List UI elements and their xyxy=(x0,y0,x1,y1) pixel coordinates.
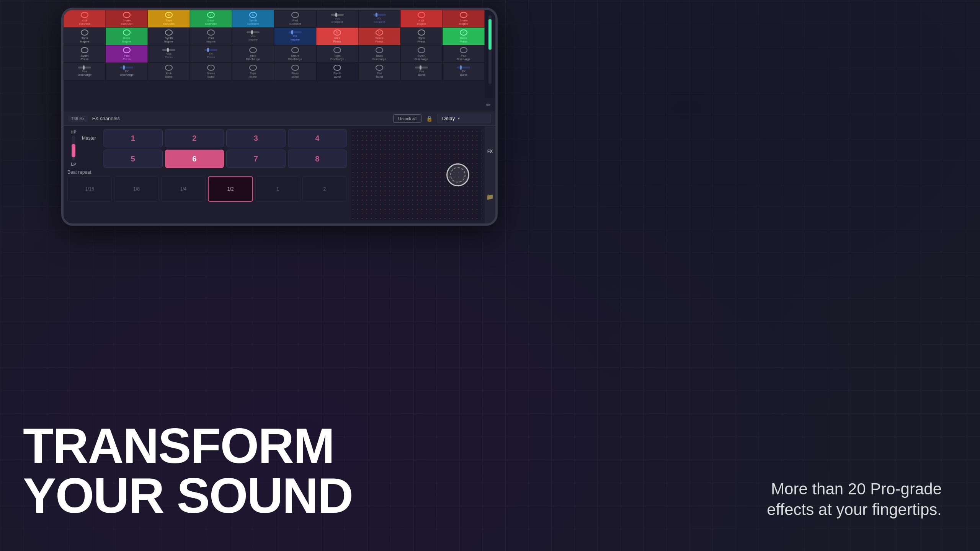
pad-cell-pad-connect[interactable]: PadConnect xyxy=(274,10,316,28)
channel-buttons-area: HP LP Master 1 xyxy=(67,129,347,167)
unlock-all-button[interactable]: Unlock all xyxy=(393,114,421,123)
description-line1: More than 20 Pro-grade xyxy=(771,480,942,498)
fx-visualizer xyxy=(351,129,482,220)
channel-1-button[interactable]: 1 xyxy=(103,129,163,147)
lock-icon: 🔒 xyxy=(426,116,433,122)
channel-2-button[interactable]: 2 xyxy=(165,129,224,147)
pad-cell-kick-press[interactable]: ↻KickPress xyxy=(316,28,358,45)
fx-body: HP LP Master 1 xyxy=(64,126,495,223)
scroll-column xyxy=(485,10,495,98)
channel-row-2: 5 6 7 8 xyxy=(82,150,347,168)
pad-cell-pad-burst[interactable]: PadBurst xyxy=(358,63,400,80)
pad-cell-snare-inspire[interactable]: SnareInspire xyxy=(443,10,485,28)
pad-cell-snare-discharge[interactable]: SnareDischarge xyxy=(274,45,316,63)
frequency-badge: 749 Hz xyxy=(68,116,88,122)
pad-cell-vox-burst[interactable]: VoxBurst xyxy=(400,63,443,80)
pad-cell-fx-burst[interactable]: FXBurst xyxy=(443,63,485,80)
fx-knob-inner xyxy=(450,167,466,183)
pad-cell-fx-connect[interactable]: FXConnect xyxy=(358,10,400,28)
pad-cell-vox-inspire[interactable]: VoxInspire xyxy=(232,28,274,45)
beat-1-16-button[interactable]: 1/16 xyxy=(67,176,112,202)
tablet-device: KickConnectSnareConnect↻TopsConnect✓Bass… xyxy=(61,8,498,226)
pad-cell-bass-discharge[interactable]: BassDischarge xyxy=(358,45,400,63)
channels-panel: HP LP Master 1 xyxy=(64,126,351,223)
channel-buttons-row-1: 1 2 3 4 xyxy=(103,129,347,147)
channel-3-button[interactable]: 3 xyxy=(226,129,286,147)
pad-cell-synth-discharge[interactable]: SynthDischarge xyxy=(400,45,443,63)
folder-icon[interactable]: 📁 xyxy=(486,193,494,201)
pad-cell-tops-connect[interactable]: ↻TopsConnect xyxy=(148,10,190,28)
pad-cell-synth-press[interactable]: SynthPress xyxy=(64,45,106,63)
pad-cell-tops-press[interactable]: TopsPress xyxy=(400,28,443,45)
pad-cell-kick-discharge[interactable]: KickDischarge xyxy=(232,45,274,63)
pad-cell-vox-discharge[interactable]: VoxDischarge xyxy=(64,63,106,80)
master-row: Master 1 2 3 4 xyxy=(82,129,347,147)
pad-cell-synth-connect[interactable]: ↻SynthConnect xyxy=(232,10,274,28)
right-description-section: More than 20 Pro-grade effects at your f… xyxy=(767,479,942,520)
beat-1-4-button[interactable]: 1/4 xyxy=(161,176,206,202)
beat-repeat-section: Beat repeat 1/16 1/8 1/4 1/2 1 2 xyxy=(67,170,347,202)
edit-icon[interactable]: ✏ xyxy=(486,102,494,109)
master-label: Master xyxy=(82,135,101,141)
pad-cell-bass-press[interactable]: ✓BassPress xyxy=(443,28,485,45)
pad-cell-snare-connect[interactable]: SnareConnect xyxy=(106,10,148,28)
beat-1-2-button[interactable]: 1/2 xyxy=(208,176,253,202)
description-line2: effects at your fingertips. xyxy=(767,500,942,518)
pad-cell-tops-discharge[interactable]: TopsDischarge xyxy=(316,45,358,63)
fx-header: 749 Hz FX channels Unlock all 🔒 Delay ▾ xyxy=(64,111,495,126)
pad-cell-tops-inspire[interactable]: TopsInspire xyxy=(64,28,106,45)
fx-panel: 749 Hz FX channels Unlock all 🔒 Delay ▾ xyxy=(64,111,495,223)
pad-cell-vox-connect[interactable]: VoxConnect xyxy=(316,10,358,28)
fx-knob[interactable] xyxy=(446,163,469,186)
beat-1-button[interactable]: 1 xyxy=(255,176,300,202)
pad-cell-snare-press[interactable]: ↻SnarePress xyxy=(358,28,400,45)
right-description-text: More than 20 Pro-grade effects at your f… xyxy=(767,479,942,520)
delay-selector[interactable]: Delay ▾ xyxy=(437,114,491,123)
side-panel: FX 📁 xyxy=(485,126,495,223)
channel-6-button[interactable]: 6 xyxy=(165,150,224,168)
channel-4-button[interactable]: 4 xyxy=(288,129,347,147)
lp-label: LP xyxy=(71,162,76,166)
pad-cell-fx-inspire[interactable]: FXInspire xyxy=(274,28,316,45)
beat-repeat-buttons: 1/16 1/8 1/4 1/2 1 2 xyxy=(67,176,347,202)
hp-label: HP xyxy=(70,130,76,134)
pad-cell-pad-inspire[interactable]: PadInspire xyxy=(190,28,232,45)
pad-grid: KickConnectSnareConnect↻TopsConnect✓Bass… xyxy=(64,10,485,98)
filter-column: HP LP xyxy=(67,129,80,167)
channel-8-button[interactable]: 8 xyxy=(288,150,347,168)
pad-cell-kick-inspire[interactable]: KickInspire xyxy=(400,10,443,28)
chevron-down-icon: ▾ xyxy=(458,116,460,121)
headline-line-2: YOUR SOUND xyxy=(23,471,353,520)
pad-cell-synth-inspire[interactable]: SynthInspire xyxy=(148,28,190,45)
fx-side-button[interactable]: FX xyxy=(487,149,493,153)
headline-line-1: TRANSFORM xyxy=(23,421,353,471)
beat-1-8-button[interactable]: 1/8 xyxy=(114,176,158,202)
pad-cell-synth-burst[interactable]: SynthBurst xyxy=(316,63,358,80)
beat-2-button[interactable]: 2 xyxy=(302,176,347,202)
pad-cell-kick-burst[interactable]: KickBurst xyxy=(148,63,190,80)
channel-5-button[interactable]: 5 xyxy=(103,150,163,168)
pad-cell-snare-burst[interactable]: SnareBurst xyxy=(190,63,232,80)
tablet-screen: KickConnectSnareConnect↻TopsConnect✓Bass… xyxy=(64,10,495,223)
main-text-section: TRANSFORM YOUR SOUND xyxy=(23,421,353,520)
master-channels: Master 1 2 3 4 xyxy=(82,129,347,167)
pad-cell-fx-discharge[interactable]: FXDischarge xyxy=(106,63,148,80)
channel-buttons-row-2: 5 6 7 8 xyxy=(103,150,347,168)
beat-repeat-label: Beat repeat xyxy=(67,170,347,175)
pad-cell-bass-burst[interactable]: BassBurst xyxy=(274,63,316,80)
pad-cell-tops-burst[interactable]: TopsBurst xyxy=(232,63,274,80)
channel-7-button[interactable]: 7 xyxy=(226,150,286,168)
pad-cell-bass-inspire[interactable]: BassInspire xyxy=(106,28,148,45)
pad-cell-bass-connect[interactable]: ✓BassConnect xyxy=(190,10,232,28)
pad-cell-kick-connect[interactable]: KickConnect xyxy=(64,10,106,28)
pad-cell-fx-press[interactable]: FXPress xyxy=(190,45,232,63)
scroll-bar[interactable] xyxy=(488,15,492,84)
fx-channels-label: FX channels xyxy=(92,116,389,121)
pad-cell-vox-press[interactable]: VoxPress xyxy=(148,45,190,63)
pad-cell-pad-discharge[interactable]: PadDischarge xyxy=(443,45,485,63)
scroll-thumb xyxy=(488,19,492,50)
delay-label: Delay xyxy=(442,116,455,121)
pad-cell-pad-press[interactable]: ·PadPress xyxy=(106,45,148,63)
